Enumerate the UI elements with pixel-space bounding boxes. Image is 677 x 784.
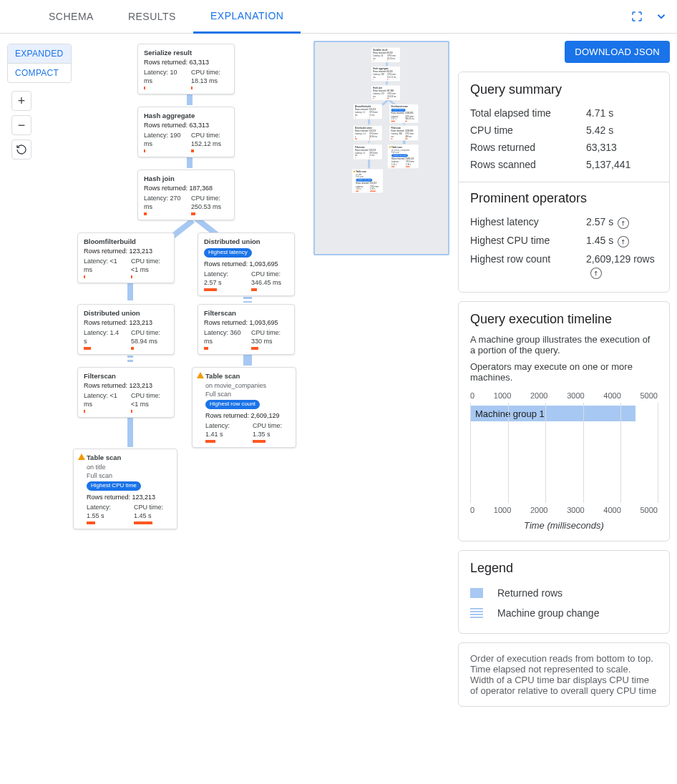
node-latency: Latency: 2.57 s <box>391 115 399 120</box>
node-hash-join[interactable]: Hash join Rows returned: 187,368 Latency… <box>371 85 401 100</box>
link-icon[interactable]: ↗ <box>615 234 632 250</box>
node-hash-join[interactable]: Hash join Rows returned: 187,368 Latency… <box>137 170 235 220</box>
node-filterscan-right[interactable]: Filterscan Rows returned: 1,093,695 Late… <box>389 125 419 140</box>
node-bloomfilterbuild[interactable]: Bloomfilterbuild Rows returned: 123,213 … <box>77 232 175 283</box>
node-latency: Latency: 1.4 s <box>355 133 366 138</box>
warning-icon <box>197 372 204 378</box>
legend-card: Legend Returned rows Machine group chang… <box>458 550 670 634</box>
node-filterscan-left[interactable]: Filterscan Rows returned: 123,213 Latenc… <box>353 144 382 160</box>
node-title: Table scan <box>205 372 290 381</box>
node-latency: Latency: 1.55 s <box>87 504 111 519</box>
link-icon[interactable]: ↗ <box>615 215 632 232</box>
summary-label: Rows scanned <box>470 159 586 170</box>
node-latency: Latency: <1 ms <box>355 112 365 117</box>
note-line: Width of a CPU time bar displays CPU tim… <box>470 675 658 696</box>
node-title: Distributed union <box>204 237 288 247</box>
tab-schema[interactable]: SCHEMA <box>31 1 111 32</box>
node-latency: Latency: 270 ms <box>373 92 384 97</box>
node-rows: Rows returned: 1,093,695 <box>204 260 288 268</box>
node-latency: Latency: 1.55 s <box>356 185 363 190</box>
node-filterscan-left[interactable]: Filterscan Rows returned: 123,213 Latenc… <box>77 367 175 418</box>
node-on-table: on movie_companies <box>205 381 290 390</box>
summary-value: 4.71 s <box>586 107 658 119</box>
node-table-scan-right[interactable]: Table scan on movie_companies Full scan … <box>192 367 296 448</box>
node-distributed-union-left[interactable]: Distributed union Rows returned: 123,213… <box>77 304 175 355</box>
node-title: Filterscan <box>84 372 168 381</box>
node-title: Filterscan <box>204 309 288 318</box>
timeline-desc: A machine group illustrates the executio… <box>470 334 658 356</box>
tab-explanation[interactable]: EXPLANATION <box>193 0 301 34</box>
link-icon[interactable]: ↗ <box>588 265 605 282</box>
query-timeline-card: Query execution timeline A machine group… <box>458 301 670 542</box>
node-rows: Rows returned: 123,213 <box>355 149 380 152</box>
node-table-scan-left[interactable]: Table scan on title Full scan Highest CP… <box>352 169 384 193</box>
node-title: Hash aggregate <box>144 112 228 121</box>
node-latency: Latency: 270 ms <box>144 195 181 210</box>
node-title: Distributed union <box>391 106 417 109</box>
node-rows: Rows returned: 123,213 <box>84 247 168 255</box>
node-full-scan: Full scan <box>391 151 417 154</box>
card-heading: Legend <box>470 561 658 576</box>
node-cpu: CPU time: 346.45 ms <box>251 270 281 286</box>
node-distributed-union-right[interactable]: Distributed union Highest latency Rows r… <box>389 104 419 123</box>
summary-value: 5,137,441 <box>586 159 658 170</box>
tab-results[interactable]: RESULTS <box>111 1 193 32</box>
legend-swatch-dashed <box>470 608 483 618</box>
node-title: Serialize result <box>144 49 228 58</box>
download-json-button[interactable]: DOWNLOAD JSON <box>565 41 670 63</box>
node-full-scan: Full scan <box>205 390 290 398</box>
badge-highest-latency: Highest latency <box>204 248 252 258</box>
node-latency: Latency: 1.41 s <box>205 422 230 438</box>
node-cpu: CPU time: 18.13 ms <box>191 69 220 84</box>
query-plan-graph[interactable]: EXPANDED COMPACT + − <box>7 41 449 542</box>
node-latency: Latency: 360 ms <box>204 329 241 345</box>
node-latency: Latency: 10 ms <box>373 55 383 60</box>
node-title: Table scan <box>87 454 171 463</box>
timeline-bar-label: Machine group 1 <box>475 408 545 419</box>
warning-icon <box>389 146 391 148</box>
summary-value: 63,313 <box>586 142 658 153</box>
node-rows: Rows returned: 63,313 <box>373 71 398 74</box>
node-cpu: CPU time: <1 ms <box>369 112 378 117</box>
node-distributed-union-left[interactable]: Distributed union Rows returned: 123,213… <box>353 125 382 140</box>
summary-label: Total elapsed time <box>470 107 586 119</box>
node-rows: Rows returned: 187,368 <box>144 184 228 192</box>
node-table-scan-left[interactable]: Table scan on title Full scan Highest CP… <box>73 449 177 529</box>
node-cpu: CPU time: 1.45 s <box>370 185 379 190</box>
node-cpu: CPU time: <1 ms <box>131 392 160 408</box>
badge-highest-row-count: Highest row count <box>205 400 260 409</box>
node-rows: Rows returned: 63,313 <box>373 52 398 54</box>
query-summary-card: Query summary Total elapsed time4.71 s C… <box>458 72 670 293</box>
node-cpu: CPU time: 58.94 ms <box>131 329 160 345</box>
node-on-table: on title <box>87 463 171 471</box>
warning-icon <box>354 170 356 172</box>
node-serialize-result[interactable]: Serialize result Rows returned: 63,313 L… <box>371 47 401 62</box>
summary-label: CPU time <box>470 124 586 136</box>
fullscreen-icon[interactable] <box>630 9 644 24</box>
node-rows: Rows returned: 2,609,129 <box>205 411 290 420</box>
node-distributed-union-right[interactable]: Distributed union Highest latency Rows r… <box>198 232 295 296</box>
warning-icon <box>78 454 85 460</box>
chevron-down-icon[interactable] <box>654 9 668 24</box>
node-cpu: CPU time: 1.45 s <box>134 504 163 519</box>
node-rows: Rows returned: 1,093,695 <box>391 129 417 132</box>
prom-value: 2,609,129 rows↗ <box>586 253 658 279</box>
node-latency: Latency: 1.41 s <box>391 161 399 166</box>
node-bloomfilterbuild[interactable]: Bloomfilterbuild Rows returned: 123,213 … <box>353 104 382 119</box>
node-rows: Rows returned: 2,609,129 <box>391 157 417 160</box>
node-hash-aggregate[interactable]: Hash aggregate Rows returned: 63,313 Lat… <box>371 67 401 82</box>
node-latency: Latency: <1 ms <box>355 152 365 157</box>
minimap[interactable]: Serialize result Rows returned: 63,313 L… <box>313 41 449 255</box>
timeline-bar[interactable]: Machine group 1 <box>471 406 635 421</box>
prom-value: 1.45 s↗ <box>586 235 658 248</box>
node-serialize-result[interactable]: Serialize result Rows returned: 63,313 L… <box>137 44 235 94</box>
node-title: Bloomfilterbuild <box>84 237 168 247</box>
node-hash-aggregate[interactable]: Hash aggregate Rows returned: 63,313 Lat… <box>137 107 235 157</box>
node-filterscan-right[interactable]: Filterscan Rows returned: 1,093,695 Late… <box>198 304 295 355</box>
node-rows: Rows returned: 187,368 <box>373 89 398 92</box>
node-cpu: CPU time: 58.94 ms <box>369 133 378 138</box>
prom-label: Highest CPU time <box>470 235 586 248</box>
node-latency: Latency: 1.4 s <box>84 329 119 345</box>
node-table-scan-right[interactable]: Table scan on movie_companies Full scan … <box>387 144 419 169</box>
node-cpu: CPU time: 152.12 ms <box>191 132 221 147</box>
